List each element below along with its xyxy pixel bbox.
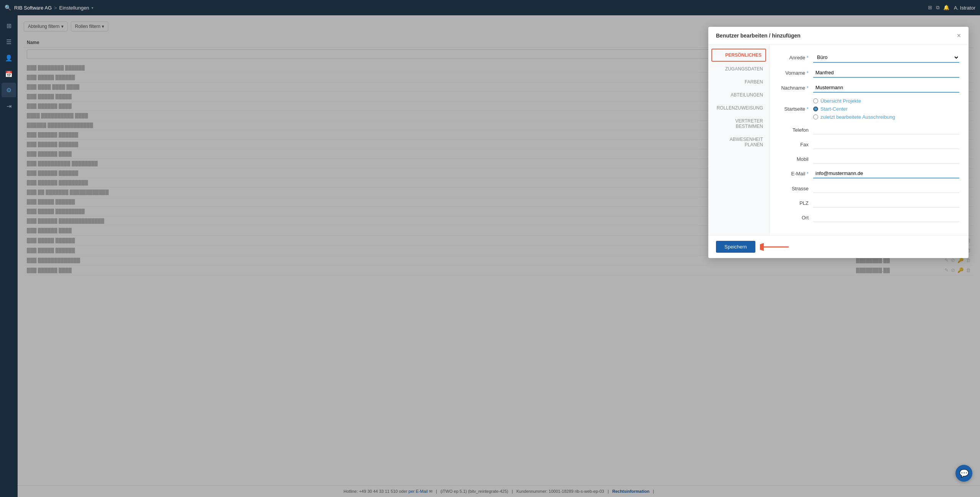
ort-label: Ort — [779, 215, 813, 221]
mobil-label: Mobil — [779, 156, 813, 162]
strasse-input[interactable] — [813, 184, 959, 193]
nav-icons: ⊞ ⧉ 🔔 — [928, 5, 949, 11]
user-menu[interactable]: A. Istrator — [954, 5, 975, 11]
ort-input[interactable] — [813, 213, 959, 222]
email-input[interactable] — [813, 169, 959, 178]
modal-nav-vertreter[interactable]: VERTRETER BESTIMMEN — [708, 114, 769, 133]
modal-nav-zugangsdaten[interactable]: ZUGANGSDATEN — [708, 62, 769, 75]
radio-uebersicht: Übersicht Projekte — [813, 98, 959, 104]
vorname-label: Vorname — [779, 70, 813, 76]
fax-input[interactable] — [813, 140, 959, 149]
modal-body: PERSÖNLICHES ZUGANGSDATEN FARBEN ABTEILU… — [708, 45, 969, 235]
top-navigation: 🔍 RIB Software AG > Einstellungen ▾ ⊞ ⧉ … — [0, 0, 980, 15]
modal-nav-rollenzuweisung[interactable]: ROLLENZUWEISUNG — [708, 101, 769, 114]
sidebar-item-person[interactable]: 👤 — [2, 51, 16, 65]
sidebar: ⊞ ☰ 👤 📅 ⚙ ⇥ — [0, 15, 18, 497]
modal-header: Benutzer bearbeiten / hinzufügen × — [708, 27, 969, 45]
vorname-row: Vorname — [779, 68, 959, 78]
modal-nav-abteilungen[interactable]: ABTEILUNGEN — [708, 88, 769, 101]
save-button[interactable]: Speichern — [716, 241, 755, 253]
modal-nav-personal[interactable]: PERSÖNLICHES — [711, 49, 766, 62]
anrede-select[interactable]: Büro Herr Frau — [813, 52, 959, 63]
breadcrumb: RIB Software AG > Einstellungen ▾ — [14, 5, 93, 11]
modal-nav-abwesenheit[interactable]: ABWESENHEIT PLANEN — [708, 133, 769, 151]
radio-uebersicht-input[interactable] — [813, 98, 818, 103]
plz-label: PLZ — [779, 200, 813, 206]
nachname-input[interactable] — [813, 83, 959, 93]
strasse-row: Strasse — [779, 184, 959, 193]
modal-navigation: PERSÖNLICHES ZUGANGSDATEN FARBEN ABTEILU… — [708, 45, 770, 235]
telefon-label: Telefon — [779, 127, 813, 133]
modal-form: Anrede Büro Herr Frau Vorname — [770, 45, 969, 235]
search-icon[interactable]: 🔍 — [5, 5, 11, 11]
copy-icon[interactable]: ⧉ — [936, 5, 939, 11]
modal-footer: Speichern — [708, 235, 969, 258]
sidebar-item-home[interactable]: ⊞ — [2, 18, 16, 33]
modal-overlay[interactable]: Benutzer bearbeiten / hinzufügen × PERSÖ… — [18, 15, 980, 497]
arrow-svg — [760, 243, 791, 251]
radio-uebersicht-label[interactable]: Übersicht Projekte — [820, 98, 861, 104]
plz-input[interactable] — [813, 198, 959, 208]
fax-label: Fax — [779, 142, 813, 147]
nachname-label: Nachname — [779, 85, 813, 91]
modal-nav-farben[interactable]: FARBEN — [708, 75, 769, 88]
breadcrumb-chevron: ▾ — [91, 6, 93, 10]
breadcrumb-separator: > — [54, 5, 57, 11]
modal-close-button[interactable]: × — [957, 32, 961, 39]
email-label: E-Mail — [779, 171, 813, 177]
startseite-options: Übersicht Projekte Start-Center zuletzt … — [813, 98, 959, 120]
sidebar-item-settings[interactable]: ⚙ — [2, 83, 16, 97]
nav-right: ⊞ ⧉ 🔔 A. Istrator — [928, 5, 975, 11]
telefon-input[interactable] — [813, 125, 959, 134]
chat-button[interactable]: 💬 — [956, 465, 972, 482]
arrow-indicator — [760, 243, 791, 251]
mobil-row: Mobil — [779, 154, 959, 163]
bell-icon[interactable]: 🔔 — [943, 5, 949, 11]
ort-row: Ort — [779, 213, 959, 222]
modal-title: Benutzer bearbeiten / hinzufügen — [716, 33, 801, 39]
telefon-row: Telefon — [779, 125, 959, 134]
anrede-label: Anrede — [779, 55, 813, 60]
sidebar-item-calendar[interactable]: 📅 — [2, 67, 16, 81]
vorname-input[interactable] — [813, 68, 959, 78]
email-row: E-Mail — [779, 169, 959, 178]
radio-startcenter-label[interactable]: Start-Center — [820, 106, 848, 112]
radio-ausschreibung-input[interactable] — [813, 114, 818, 119]
fax-row: Fax — [779, 140, 959, 149]
sidebar-item-menu[interactable]: ☰ — [2, 34, 16, 49]
nav-left: 🔍 RIB Software AG > Einstellungen ▾ — [5, 5, 928, 11]
main-layout: ⊞ ☰ 👤 📅 ⚙ ⇥ Abteilung filtern ▾ Rollen f… — [0, 15, 980, 497]
grid-icon[interactable]: ⊞ — [928, 5, 932, 11]
user-edit-modal: Benutzer bearbeiten / hinzufügen × PERSÖ… — [708, 27, 969, 258]
radio-ausschreibung-label[interactable]: zuletzt bearbeitete Ausschreibung — [820, 114, 895, 120]
plz-row: PLZ — [779, 198, 959, 208]
breadcrumb-company[interactable]: RIB Software AG — [14, 5, 52, 11]
startseite-row: Startseite Übersicht Projekte Start-Cent… — [779, 98, 959, 120]
radio-startcenter-input[interactable] — [813, 106, 818, 111]
breadcrumb-page[interactable]: Einstellungen — [59, 5, 89, 11]
radio-startcenter: Start-Center — [813, 106, 959, 112]
nachname-row: Nachname — [779, 83, 959, 93]
sidebar-item-export[interactable]: ⇥ — [2, 99, 16, 113]
strasse-label: Strasse — [779, 186, 813, 191]
anrede-row: Anrede Büro Herr Frau — [779, 52, 959, 63]
mobil-input[interactable] — [813, 154, 959, 163]
main-content: Abteilung filtern ▾ Rollen filtern ▾ Nam… — [18, 15, 980, 497]
startseite-label: Startseite — [779, 106, 813, 112]
radio-ausschreibung: zuletzt bearbeitete Ausschreibung — [813, 114, 959, 120]
